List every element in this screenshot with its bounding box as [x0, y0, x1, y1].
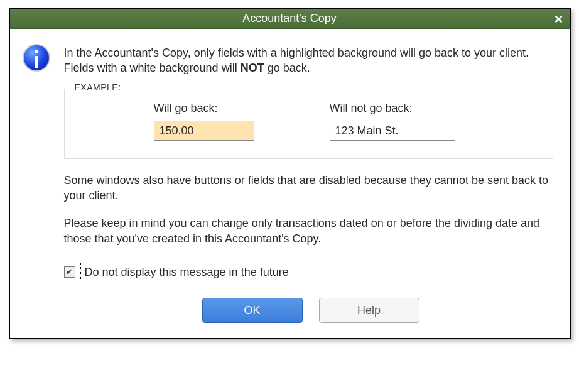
- dialog-title: Accountant's Copy: [242, 12, 337, 25]
- white-field: 123 Main St.: [330, 121, 455, 141]
- intro-text-bold: NOT: [241, 62, 264, 74]
- highlight-field: 150.00: [154, 121, 254, 141]
- ok-button[interactable]: OK: [202, 298, 303, 323]
- highlight-label: Will go back:: [154, 101, 279, 116]
- do-not-display-checkbox-row[interactable]: ✔ Do not display this message in the fut…: [64, 263, 293, 281]
- accountants-copy-dialog: Accountant's Copy ✕ In the Accountant's …: [9, 8, 571, 339]
- icon-column: [23, 40, 53, 323]
- example-white-col: Will not go back: 123 Main St.: [330, 101, 455, 141]
- example-group: EXAMPLE: Will go back: 150.00 Will not g…: [64, 89, 553, 159]
- paragraph-disabled-note: Some windows also have buttons or fields…: [64, 173, 553, 204]
- help-button[interactable]: Help: [319, 298, 419, 323]
- dialog-content: In the Accountant's Copy, only fields wi…: [10, 29, 570, 338]
- close-icon[interactable]: ✕: [554, 13, 563, 26]
- body-column: In the Accountant's Copy, only fields wi…: [64, 40, 553, 323]
- intro-text-suffix: go back.: [264, 62, 310, 74]
- info-icon: [23, 44, 50, 72]
- example-row: Will go back: 150.00 Will not go back: 1…: [78, 101, 539, 141]
- white-label: Will not go back:: [330, 101, 455, 116]
- paragraph-dividing-date: Please keep in mind you can change only …: [64, 215, 553, 246]
- checkbox-label: Do not display this message in the futur…: [85, 266, 289, 278]
- button-row: OK Help: [64, 298, 553, 323]
- checkbox-icon[interactable]: ✔: [64, 266, 75, 278]
- example-legend: EXAMPLE:: [71, 82, 125, 94]
- example-highlight-col: Will go back: 150.00: [154, 101, 279, 141]
- checkbox-label-focus: Do not display this message in the futur…: [80, 263, 293, 281]
- titlebar: Accountant's Copy ✕: [10, 9, 570, 29]
- intro-paragraph: In the Accountant's Copy, only fields wi…: [64, 45, 553, 76]
